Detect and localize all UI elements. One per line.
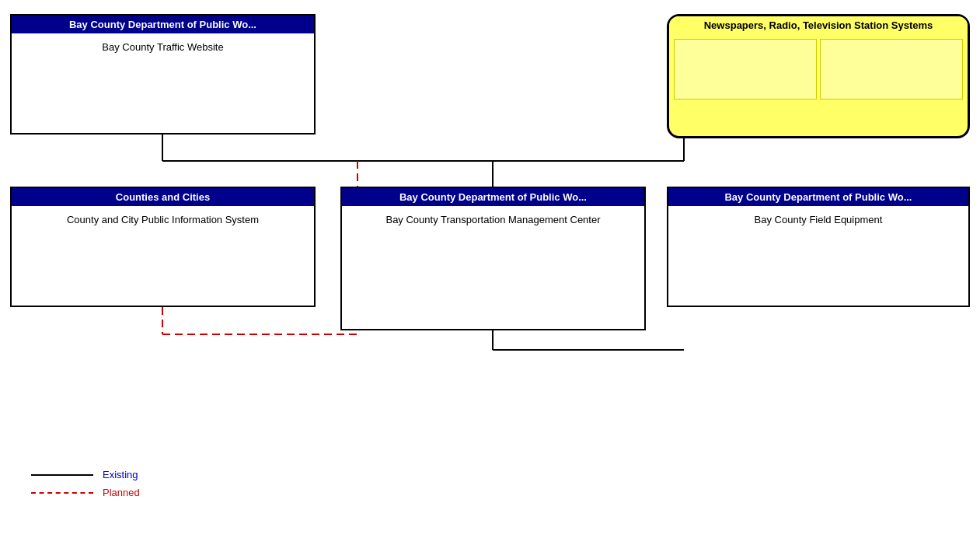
transportation-mgmt-header: Bay County Department of Public Wo... xyxy=(342,188,644,206)
existing-line-symbol xyxy=(31,474,93,476)
newspaper-cell-1 xyxy=(674,39,817,100)
planned-line-symbol xyxy=(31,492,93,494)
newspaper-node: Newspapers, Radio, Television Station Sy… xyxy=(667,14,970,138)
traffic-website-header: Bay County Department of Public Wo... xyxy=(12,16,314,33)
newspaper-header: Newspapers, Radio, Television Station Sy… xyxy=(669,16,968,34)
field-equipment-body: Bay County Field Equipment xyxy=(668,206,968,233)
diagram-container: Bay County Department of Public Wo... Ba… xyxy=(0,0,980,545)
existing-label: Existing xyxy=(103,469,138,480)
transportation-mgmt-node: Bay County Department of Public Wo... Ba… xyxy=(340,187,646,330)
legend: Existing Planned xyxy=(31,469,140,498)
field-equipment-header: Bay County Department of Public Wo... xyxy=(668,188,968,206)
counties-cities-body: County and City Public Information Syste… xyxy=(12,206,314,233)
legend-planned: Planned xyxy=(31,487,140,498)
traffic-website-node: Bay County Department of Public Wo... Ba… xyxy=(10,14,316,135)
planned-label: Planned xyxy=(103,487,140,498)
traffic-website-body: Bay County Traffic Website xyxy=(12,33,314,61)
transportation-mgmt-body: Bay County Transportation Management Cen… xyxy=(342,206,644,233)
newspaper-grid xyxy=(669,34,968,104)
counties-cities-node: Counties and Cities County and City Publ… xyxy=(10,187,316,307)
counties-cities-header: Counties and Cities xyxy=(12,188,314,206)
legend-existing: Existing xyxy=(31,469,140,480)
field-equipment-node: Bay County Department of Public Wo... Ba… xyxy=(667,187,970,307)
newspaper-cell-2 xyxy=(820,39,963,100)
